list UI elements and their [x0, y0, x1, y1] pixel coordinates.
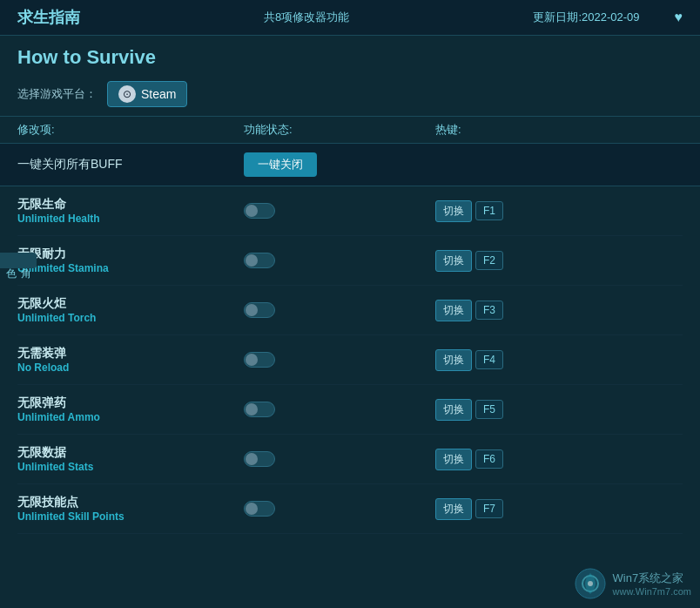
oneclick-name: 一键关闭所有BUFF: [17, 157, 244, 172]
svg-point-2: [588, 581, 593, 586]
toggle-knob: [246, 205, 258, 217]
mod-name-zh: 无限技能点: [17, 495, 244, 510]
watermark-site: Win7系统之家: [613, 571, 691, 586]
mod-name-zh: 无限数据: [17, 445, 244, 461]
hotkey-key: F1: [475, 201, 503, 220]
mod-toggle-col: [244, 302, 435, 318]
platform-section: 选择游戏平台： ⊙ Steam: [0, 76, 700, 116]
modifier-row: 无限生命 Unlimited Health 切换 F1: [17, 186, 683, 236]
toggle-switch[interactable]: [244, 402, 275, 417]
toggle-knob: [246, 304, 258, 316]
mod-name-col: 无限生命 Unlimited Health: [17, 197, 244, 225]
side-tab-label: 角色: [5, 260, 32, 261]
table-header: 修改项: 功能状态: 热键:: [0, 116, 700, 144]
app-title: 求生指南: [17, 7, 80, 28]
hotkey-key: F6: [475, 449, 503, 469]
toggle-switch[interactable]: [244, 253, 275, 268]
mod-name-col: 无限耐力 Unlimited Stamina: [17, 247, 244, 274]
mod-name-col: 无限火炬 Unlimited Torch: [17, 296, 244, 324]
mod-name-en: Unlimited Health: [17, 213, 244, 225]
hotkey-key: F4: [475, 350, 503, 369]
col-header-hotkey: 热键:: [435, 122, 461, 138]
steam-button-label: Steam: [141, 87, 176, 101]
mod-toggle-col: [244, 203, 435, 219]
toggle-switch[interactable]: [244, 451, 275, 467]
mod-name-col: 无限技能点 Unlimited Skill Points: [17, 495, 244, 523]
toggle-knob: [246, 354, 258, 366]
mod-name-zh: 无限火炬: [17, 296, 244, 312]
modifier-row: 无限技能点 Unlimited Skill Points 切换 F7: [17, 484, 683, 534]
mod-toggle-col: [244, 501, 435, 517]
oneclick-button[interactable]: 一键关闭: [244, 152, 317, 177]
oneclick-row: 一键关闭所有BUFF 一键关闭: [0, 144, 700, 186]
mod-toggle-col: [244, 352, 435, 368]
mod-name-en: No Reload: [17, 361, 244, 374]
toggle-knob: [246, 254, 258, 267]
mod-hotkey-col: 切换 F4: [435, 349, 503, 371]
watermark-icon: [575, 568, 606, 599]
hotkey-toggle-button[interactable]: 切换: [435, 250, 472, 272]
platform-label: 选择游戏平台：: [17, 86, 97, 102]
col-header-status: 功能状态:: [244, 122, 435, 138]
hotkey-toggle-button[interactable]: 切换: [435, 300, 472, 321]
steam-platform-button[interactable]: ⊙ Steam: [107, 81, 187, 107]
modifier-row: 无限耐力 Unlimited Stamina 切换 F2: [17, 236, 683, 286]
character-side-tab[interactable]: 角色: [0, 253, 37, 268]
modifiers-list: 无限生命 Unlimited Health 切换 F1 无限耐力 Unlimit…: [0, 186, 700, 534]
mod-name-en: Unlimited Skill Points: [17, 510, 244, 523]
modifier-row: 无限数据 Unlimited Stats 切换 F6: [17, 435, 683, 484]
mod-hotkey-col: 切换 F3: [435, 300, 503, 321]
mod-toggle-col: [244, 253, 435, 268]
hotkey-key: F2: [475, 251, 503, 270]
mod-name-en: Unlimited Stats: [17, 461, 244, 473]
modifier-row: 无限火炬 Unlimited Torch 切换 F3: [17, 286, 683, 335]
mod-hotkey-col: 切换 F5: [435, 399, 503, 421]
hotkey-toggle-button[interactable]: 切换: [435, 498, 472, 520]
toggle-knob: [246, 403, 258, 415]
mod-hotkey-col: 切换 F7: [435, 498, 503, 520]
mod-name-en: Unlimited Stamina: [17, 262, 244, 274]
mod-hotkey-col: 切换 F2: [435, 250, 503, 272]
mod-name-en: Unlimited Ammo: [17, 411, 244, 423]
toggle-switch[interactable]: [244, 302, 275, 318]
mod-name-zh: 无需装弹: [17, 346, 244, 361]
favorite-icon[interactable]: ♥: [675, 10, 683, 25]
mod-name-col: 无限弹药 Unlimited Ammo: [17, 395, 244, 423]
modifier-row: 无需装弹 No Reload 切换 F4: [17, 335, 683, 385]
col-header-name: 修改项:: [17, 122, 244, 138]
toggle-switch[interactable]: [244, 501, 275, 517]
mod-name-col: 无限数据 Unlimited Stats: [17, 445, 244, 473]
mod-name-col: 无需装弹 No Reload: [17, 346, 244, 374]
mod-toggle-col: [244, 451, 435, 467]
mod-name-zh: 无限耐力: [17, 247, 244, 262]
mod-hotkey-col: 切换 F6: [435, 449, 503, 470]
watermark: Win7系统之家 www.Win7m7.com: [575, 568, 691, 599]
toggle-switch[interactable]: [244, 203, 275, 219]
toggle-knob: [246, 503, 258, 515]
toggle-switch[interactable]: [244, 352, 275, 368]
steam-icon: ⊙: [118, 85, 136, 103]
hotkey-key: F7: [475, 499, 503, 518]
hotkey-toggle-button[interactable]: 切换: [435, 349, 472, 371]
toggle-knob: [246, 453, 258, 465]
hotkey-toggle-button[interactable]: 切换: [435, 449, 472, 470]
hotkey-key: F5: [475, 400, 503, 419]
modifier-count: 共8项修改器功能: [115, 10, 498, 25]
modifier-row: 无限弹药 Unlimited Ammo 切换 F5: [17, 385, 683, 435]
mod-hotkey-col: 切换 F1: [435, 200, 503, 222]
app-header: 求生指南 共8项修改器功能 更新日期:2022-02-09 ♥: [0, 0, 700, 36]
mod-name-zh: 无限生命: [17, 197, 244, 213]
update-date: 更新日期:2022-02-09: [533, 10, 639, 25]
mod-name-en: Unlimited Torch: [17, 312, 244, 324]
mod-name-zh: 无限弹药: [17, 395, 244, 411]
game-title: How to Survive: [0, 36, 700, 76]
mod-toggle-col: [244, 402, 435, 417]
hotkey-toggle-button[interactable]: 切换: [435, 200, 472, 222]
watermark-url: www.Win7m7.com: [613, 586, 691, 597]
hotkey-key: F3: [475, 301, 503, 320]
hotkey-toggle-button[interactable]: 切换: [435, 399, 472, 421]
